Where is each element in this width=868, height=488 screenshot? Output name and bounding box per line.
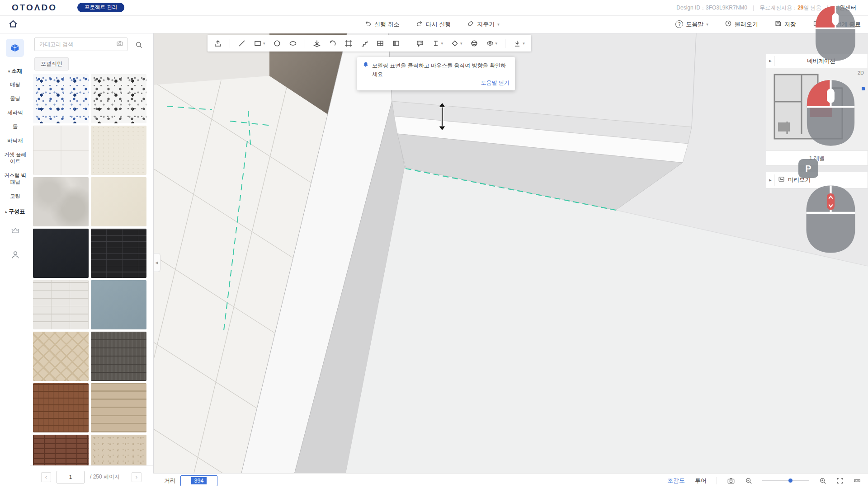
map-mode-label[interactable]: 2D — [858, 70, 864, 75]
material-swatch-tan-stone-plank[interactable] — [91, 383, 146, 432]
next-page-button[interactable]: › — [132, 472, 142, 482]
material-swatch-cream-plaster[interactable] — [91, 126, 146, 175]
brand-logo: OTOΛDO — [12, 3, 57, 13]
materials-panel: 포괄적인 ‹ / 250 페이지 › — [30, 33, 154, 488]
render-sphere-tool-button[interactable] — [470, 37, 478, 50]
grid-tool-button[interactable] — [376, 37, 384, 50]
navigation-minimap[interactable]: 2D — [766, 68, 868, 150]
materials-grid — [33, 74, 149, 465]
undo-button[interactable]: 실행 취소 — [364, 20, 400, 28]
material-swatch-dark-wood-plank[interactable] — [91, 332, 146, 381]
material-swatch-blue-terrazzo[interactable] — [33, 74, 89, 123]
page-total-label: / 250 페이지 — [90, 473, 120, 481]
expand-navigation-button[interactable]: ▶ — [766, 56, 775, 66]
material-swatch-dark-navy-panel[interactable] — [33, 229, 89, 278]
offset-tool-button[interactable] — [329, 37, 337, 50]
expand-preview-button[interactable]: ▶ — [766, 174, 775, 186]
erase-button[interactable]: 지우기 ▾ — [467, 20, 500, 28]
save-button[interactable]: 저장 — [774, 20, 796, 28]
rectangle-tool-button[interactable]: ▾ — [254, 37, 265, 50]
vip-button[interactable] — [0, 226, 30, 237]
material-swatch-gray-terrazzo[interactable] — [91, 74, 146, 123]
push-pull-tool-button[interactable] — [313, 37, 321, 50]
level-selector[interactable]: 1 레벨 — [766, 150, 868, 165]
material-swatch-blue-gray-panel[interactable] — [91, 280, 146, 329]
ellipse-tool-button[interactable] — [289, 37, 297, 50]
fit-screen-button[interactable] — [836, 477, 844, 484]
chevron-down-icon: ▾ — [497, 22, 500, 27]
prev-page-button[interactable]: ‹ — [41, 472, 51, 482]
aerial-view-button[interactable]: 조감도 — [667, 477, 685, 485]
distance-value: 394 — [191, 477, 207, 484]
support-center-link[interactable]: 지원센터 — [834, 4, 856, 12]
split-face-tool-button[interactable] — [392, 37, 400, 50]
visibility-tool-button[interactable]: ▾ — [486, 37, 498, 50]
category-list: ▾소재매핑몰딩세라믹돌바닥재거셋 플레이트커스텀 벽 패널코팅▸구성표 — [0, 63, 30, 218]
collapse-panel-button[interactable]: ◀ — [153, 253, 160, 272]
category-item[interactable]: 코팅 — [0, 189, 30, 203]
exit-icon — [812, 20, 820, 28]
tour-button[interactable]: 투어 — [695, 477, 707, 485]
materials-tab-button[interactable] — [6, 39, 24, 57]
distance-input[interactable]: 394 — [180, 475, 217, 486]
comment-tool-button[interactable] — [416, 37, 424, 50]
category-item[interactable]: 거셋 플레이트 — [0, 148, 30, 169]
stairs-tool-button[interactable] — [360, 37, 368, 50]
floorplan-map[interactable] — [766, 68, 868, 150]
zoom-slider[interactable] — [762, 480, 809, 481]
search-icon — [135, 41, 143, 49]
zoom-slider-handle[interactable] — [788, 479, 793, 483]
project-manage-button[interactable]: 프로젝트 관리 — [77, 3, 124, 12]
help-button[interactable]: ? 도움말 ▾ — [675, 20, 708, 28]
page-number-input[interactable] — [57, 471, 85, 483]
material-swatch-light-herringbone-wood[interactable] — [33, 332, 89, 381]
divider — [717, 477, 717, 484]
category-item[interactable]: 돌 — [0, 120, 30, 134]
filter-chip-comprehensive[interactable]: 포괄적인 — [34, 57, 69, 70]
section-frame-tool-button[interactable] — [344, 37, 353, 50]
material-swatch-black-brick[interactable] — [91, 229, 146, 278]
category-item[interactable]: 몰딩 — [0, 92, 30, 106]
category-section-소재[interactable]: ▾소재 — [0, 63, 30, 78]
column-tool-button[interactable]: ▾ — [432, 37, 443, 50]
modeling-tooltip: 모델링 표면을 클릭하고 마우스를 움직여 방향을 확인하세요 도움말 닫기 — [357, 57, 515, 90]
export-tool-button[interactable] — [214, 37, 222, 50]
material-swatch-brown-brick[interactable] — [33, 435, 89, 465]
material-swatch-white-brick[interactable] — [33, 280, 89, 329]
material-swatch-gray-concrete[interactable] — [33, 177, 89, 226]
search-button[interactable] — [133, 39, 144, 50]
material-swatch-white-ceramic-tile[interactable] — [33, 126, 89, 175]
zoom-out-button[interactable] — [745, 477, 752, 484]
home-button[interactable] — [8, 19, 19, 30]
exit-design-button[interactable]: 전체 설계 종료 — [812, 20, 861, 28]
plan-usage-text: 무료계정사용：29일 남음 — [760, 4, 821, 12]
open-button[interactable]: 불러오기 — [725, 20, 758, 28]
redo-button[interactable]: 다시 실행 — [416, 20, 451, 28]
account-button[interactable] — [0, 250, 30, 262]
zoom-in-icon — [819, 477, 826, 484]
category-item[interactable]: 세라믹 — [0, 106, 30, 120]
category-search-input[interactable] — [38, 41, 113, 48]
circle-tool-button[interactable] — [273, 37, 281, 50]
category-item[interactable]: 매핑 — [0, 78, 30, 92]
material-swatch-walnut-wood-plank[interactable] — [33, 383, 89, 432]
material-tool-button[interactable]: ▾ — [451, 37, 462, 50]
line-tool-button[interactable] — [238, 37, 246, 50]
measure-button[interactable] — [854, 477, 861, 484]
camera-search-icon[interactable] — [116, 40, 123, 49]
screenshot-button[interactable] — [727, 477, 735, 485]
preview-panel: ▶ 미리보기 — [766, 172, 868, 188]
user-icon — [10, 250, 20, 260]
category-item[interactable]: 바닥재 — [0, 134, 30, 148]
menu-bar: 실행 취소 다시 실행 지우기 ▾ ? 도움말 ▾ 불러오기 — [0, 15, 868, 33]
category-item[interactable]: 커스텀 벽 패널 — [0, 169, 30, 189]
zoom-in-button[interactable] — [819, 477, 826, 484]
material-swatch-beige-stone[interactable] — [91, 177, 146, 226]
category-section-구성표[interactable]: ▸구성표 — [0, 203, 30, 218]
close-help-link[interactable]: 도움말 닫기 — [363, 79, 509, 87]
chevron-down-icon: ▾ — [706, 22, 708, 27]
material-swatch-sand-terrazzo[interactable] — [91, 435, 146, 465]
download-tool-button[interactable]: ▾ — [513, 37, 525, 50]
3d-viewport[interactable]: ▾ ▾ ▾ ▾ ▾ 모델링 표면을 클릭하고 마우스를 움직여 방향을 확인하세… — [153, 33, 868, 488]
3d-scene[interactable] — [153, 33, 868, 473]
